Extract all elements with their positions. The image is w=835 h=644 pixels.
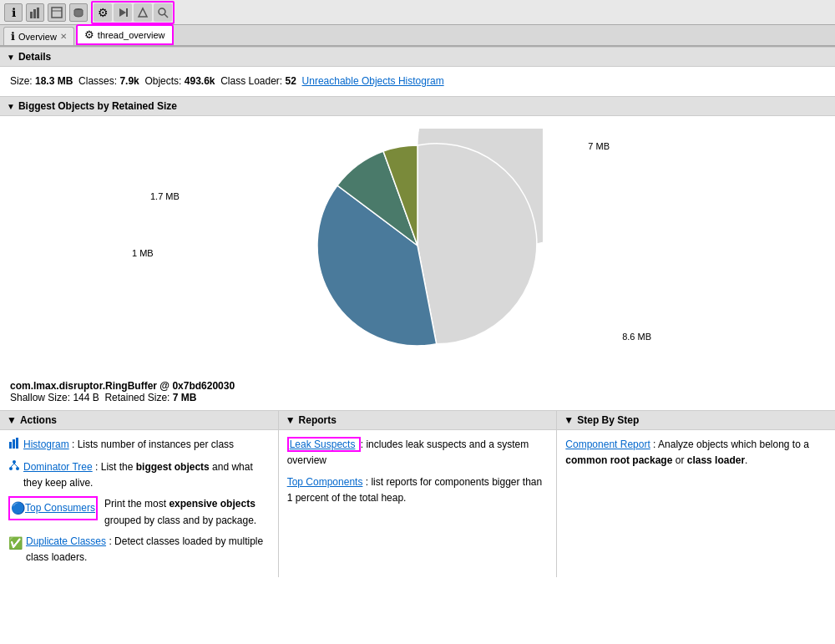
report-leak-suspects: Leak Suspects : includes leak suspects a… bbox=[287, 437, 549, 469]
bottom-panels: ▼ Actions Histogram : Lists number of in… bbox=[0, 410, 835, 577]
duplicate-classes-link[interactable]: Duplicate Classes bbox=[26, 535, 106, 547]
top-components-text: Top Components : list reports for compon… bbox=[287, 474, 549, 506]
highlighted-toolbar-group: ⚙ bbox=[91, 1, 175, 24]
details-content: Size: 18.3 MB Classes: 7.9k Objects: 493… bbox=[0, 67, 835, 96]
bar-chart-toolbar-icon[interactable] bbox=[26, 3, 44, 22]
overview-tab-icon: ℹ bbox=[11, 30, 15, 43]
top-consumers-text: Print the most expensive objects grouped… bbox=[104, 496, 270, 528]
details-section-header: ▼ Details bbox=[0, 47, 835, 67]
svg-rect-3 bbox=[52, 8, 62, 18]
reports-arrow-icon[interactable]: ▼ bbox=[286, 414, 296, 426]
unreachable-objects-link[interactable]: Unreachable Objects Histogram bbox=[302, 75, 444, 87]
action-duplicate-classes: ✅ Duplicate Classes : Detect classes loa… bbox=[8, 534, 270, 565]
duplicate-classes-text: Duplicate Classes : Detect classes loade… bbox=[26, 534, 270, 565]
component-report-text: Component Report : Analyze objects which… bbox=[565, 437, 827, 469]
toolbar: ℹ ⚙ bbox=[0, 0, 835, 25]
svg-point-16 bbox=[16, 467, 19, 470]
object-size-text: Shallow Size: 144 B Retained Size: 7 MB bbox=[10, 392, 825, 403]
step-arrow-icon[interactable]: ▼ bbox=[564, 414, 574, 426]
details-arrow-icon[interactable]: ▼ bbox=[7, 53, 15, 62]
reports-panel: ▼ Reports Leak Suspects : includes leak … bbox=[279, 411, 558, 577]
pie-chart-container: 7 MB 1.7 MB 1 MB 8.6 MB bbox=[8, 124, 827, 367]
svg-point-9 bbox=[159, 8, 165, 15]
chart-arrow-icon[interactable]: ▼ bbox=[7, 102, 15, 111]
label-8-6mb: 8.6 MB bbox=[622, 332, 651, 342]
nav-toolbar-icon[interactable] bbox=[134, 3, 152, 22]
histogram-icon bbox=[8, 437, 20, 454]
svg-rect-11 bbox=[9, 442, 12, 449]
svg-line-18 bbox=[14, 464, 18, 467]
svg-marker-6 bbox=[119, 8, 126, 17]
histogram-text: Histogram : Lists number of instances pe… bbox=[23, 437, 270, 453]
svg-rect-7 bbox=[126, 8, 128, 17]
overview-close-icon[interactable]: ✕ bbox=[60, 32, 67, 41]
action-top-consumers: 🔵 Top Consumers Print the most expensive… bbox=[8, 496, 270, 528]
leak-suspects-link[interactable]: Leak Suspects bbox=[290, 439, 356, 450]
step-by-step-panel: ▼ Step By Step Component Report : Analyz… bbox=[557, 411, 835, 577]
svg-rect-13 bbox=[16, 438, 18, 449]
top-components-link[interactable]: Top Components bbox=[287, 476, 363, 488]
pie-chart-svg: Total: 18.3 MB bbox=[292, 129, 543, 363]
leak-suspects-text: Leak Suspects : includes leak suspects a… bbox=[287, 437, 549, 469]
action-histogram: Histogram : Lists number of instances pe… bbox=[8, 437, 270, 454]
actions-panel-content: Histogram : Lists number of instances pe… bbox=[0, 430, 278, 577]
main-content: ▼ Details Size: 18.3 MB Classes: 7.9k Ob… bbox=[0, 47, 835, 644]
svg-line-10 bbox=[164, 14, 168, 18]
report-top-components: Top Components : list reports for compon… bbox=[287, 474, 549, 506]
svg-marker-8 bbox=[139, 8, 147, 17]
search-toolbar-icon[interactable] bbox=[154, 3, 172, 22]
info-toolbar-icon[interactable]: ℹ bbox=[4, 3, 23, 22]
top-consumers-icon: 🔵 bbox=[11, 499, 25, 517]
tab-overview[interactable]: ℹ Overview ✕ bbox=[3, 27, 74, 45]
details-text: Size: 18.3 MB Classes: 7.9k Objects: 493… bbox=[10, 74, 825, 89]
dominator-text: Dominator Tree : List the biggest object… bbox=[23, 459, 270, 491]
class-toolbar-icon[interactable] bbox=[48, 3, 66, 22]
label-7mb: 7 MB bbox=[588, 141, 610, 151]
thread-overview-tab-icon: ⚙ bbox=[84, 28, 94, 41]
step-panel-header: ▼ Step By Step bbox=[557, 411, 835, 430]
play-toolbar-icon[interactable] bbox=[114, 3, 132, 22]
gear-toolbar-icon[interactable]: ⚙ bbox=[94, 3, 112, 22]
chart-section-header: ▼ Biggest Objects by Retained Size bbox=[0, 96, 835, 116]
object-info: com.lmax.disruptor.RingBuffer @ 0x7bd620… bbox=[0, 375, 835, 410]
component-report-link[interactable]: Component Report bbox=[565, 439, 650, 450]
tabs-bar: ℹ Overview ✕ ⚙ thread_overview bbox=[0, 25, 835, 47]
svg-rect-0 bbox=[30, 12, 33, 18]
top-consumers-box-wrapper: 🔵 Top Consumers bbox=[8, 496, 98, 520]
action-dominator-tree: Dominator Tree : List the biggest object… bbox=[8, 459, 270, 491]
chart-section: 7 MB 1.7 MB 1 MB 8.6 MB bbox=[0, 116, 835, 375]
svg-rect-1 bbox=[33, 9, 36, 18]
step-component-report: Component Report : Analyze objects which… bbox=[565, 437, 827, 469]
svg-rect-2 bbox=[37, 8, 39, 18]
histogram-link[interactable]: Histogram bbox=[23, 439, 69, 450]
actions-panel-header: ▼ Actions bbox=[0, 411, 278, 430]
svg-rect-12 bbox=[13, 439, 15, 449]
svg-point-15 bbox=[9, 467, 13, 470]
duplicate-classes-icon: ✅ bbox=[8, 534, 23, 552]
reports-panel-content: Leak Suspects : includes leak suspects a… bbox=[279, 430, 557, 518]
actions-panel: ▼ Actions Histogram : Lists number of in… bbox=[0, 411, 279, 577]
svg-line-17 bbox=[11, 464, 14, 467]
tab-thread-overview[interactable]: ⚙ thread_overview bbox=[76, 24, 174, 45]
db-toolbar-icon[interactable] bbox=[69, 3, 88, 22]
actions-arrow-icon[interactable]: ▼ bbox=[7, 414, 17, 426]
step-panel-content: Component Report : Analyze objects which… bbox=[557, 430, 835, 480]
dominator-tree-link[interactable]: Dominator Tree bbox=[23, 461, 93, 473]
top-consumers-link[interactable]: Top Consumers bbox=[25, 500, 95, 516]
reports-panel-header: ▼ Reports bbox=[279, 411, 557, 430]
svg-point-14 bbox=[13, 460, 16, 464]
label-1mb: 1 MB bbox=[132, 248, 154, 258]
label-1-7mb: 1.7 MB bbox=[150, 191, 180, 201]
dominator-icon bbox=[8, 459, 20, 476]
